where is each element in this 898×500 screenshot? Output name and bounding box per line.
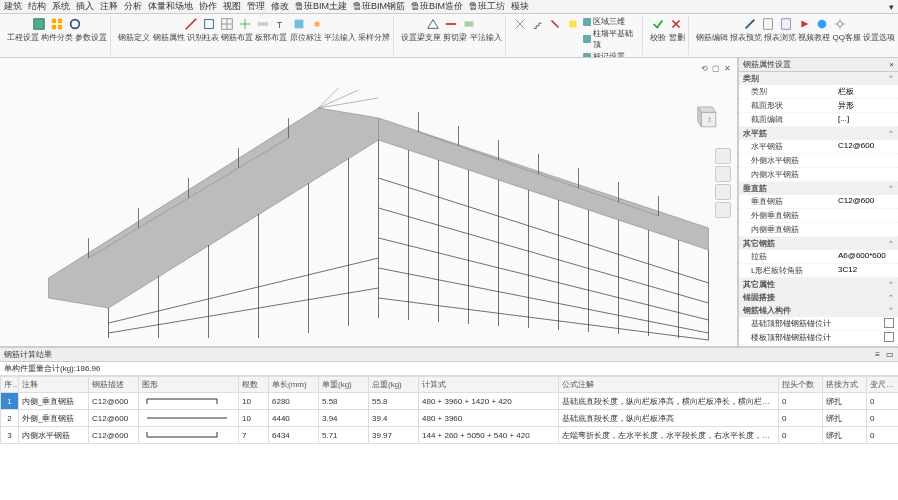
prop-check-row[interactable]: 基础顶部锚钢筋锚位计 [739,317,898,331]
prop-row[interactable]: 类别栏板 [739,85,898,99]
prop-value[interactable]: [...] [838,114,894,125]
prop-value[interactable] [838,224,894,235]
column-header[interactable]: 计算式 [419,377,559,393]
column-table-icon[interactable] [219,16,235,32]
menu-item[interactable]: 视图 [223,0,241,13]
stack-item[interactable]: 标记设置 [583,51,625,58]
sample-dpi-icon[interactable] [309,16,325,32]
node-trim-icon[interactable] [513,16,529,32]
prop-row[interactable]: 截面编辑[...] [739,113,898,127]
column-header[interactable]: 图形 [139,377,239,393]
flat-method-icon[interactable] [291,16,307,32]
prop-section-head[interactable]: 其它属性 [739,278,898,291]
expand-icon[interactable]: ≡ [875,350,880,359]
column-header[interactable]: 总重(kg) [369,377,419,393]
menu-item[interactable]: 鲁班BIM造价 [411,0,463,13]
prop-section-head[interactable]: 钢筋锚入构件 [739,304,898,317]
prop-row[interactable]: L形栏板转角筋3C12 [739,264,898,278]
collapse-icon[interactable]: ▭ [886,350,894,359]
prop-value[interactable] [838,169,894,180]
dropdown-icon[interactable]: ▾ [889,2,894,12]
prop-row[interactable]: 内侧水平钢筋 [739,168,898,182]
rebar-edit-icon[interactable] [742,16,758,32]
menu-item[interactable]: 鲁班BIM钢筋 [353,0,405,13]
temp-delete-icon[interactable] [668,16,684,32]
3d-viewport[interactable]: ⟲ ▢ ✕ 上 [0,58,738,346]
inplace-anno-icon[interactable]: T [273,16,289,32]
prop-value[interactable]: C12@600 [838,141,894,152]
prop-section-head[interactable]: 锚固搭接 [739,291,898,304]
check-icon[interactable] [650,16,666,32]
rebar-define-icon[interactable] [183,16,199,32]
menu-item[interactable]: 结构 [28,0,46,13]
menu-item[interactable]: 系统 [52,0,70,13]
param-settings-icon[interactable] [67,16,83,32]
menu-item[interactable]: 插入 [76,0,94,13]
extra-rebar-icon[interactable] [548,16,564,32]
project-settings-icon[interactable] [31,16,47,32]
qq-support-icon[interactable] [814,16,830,32]
table-row[interactable]: 2外侧_垂直钢筋C12@6001044403.9439.4480 + 3960基… [1,410,899,427]
checkbox-icon[interactable] [884,318,894,328]
slab-layout-icon[interactable] [255,16,271,32]
prop-value[interactable] [838,210,894,221]
table-row[interactable]: 1内侧_垂直钢筋C12@6001062805.5855.8480 + 3960 … [1,393,899,410]
prop-row[interactable]: 截面形状异形 [739,99,898,113]
column-header[interactable]: 钢筋描述 [89,377,139,393]
column-header[interactable]: 根数 [239,377,269,393]
column-header[interactable]: 注释 [19,377,89,393]
table-row[interactable]: 3内侧水平钢筋C12@600764345.7139.97144 + 260 + … [1,427,899,444]
menu-item[interactable]: 鲁班BIM土建 [295,0,347,13]
prop-value[interactable]: 栏板 [838,86,894,97]
menu-item[interactable]: 鲁班工坊 [469,0,505,13]
prop-section-head[interactable]: 其它钢筋 [739,237,898,250]
prop-row[interactable]: 垂直钢筋C12@600 [739,195,898,209]
menu-item[interactable]: 协作 [199,0,217,13]
column-header[interactable]: 单长(mm) [269,377,319,393]
column-header[interactable]: 捏头个数 [779,377,823,393]
report-browse-icon[interactable] [778,16,794,32]
column-header[interactable]: 单重(kg) [319,377,369,393]
column-header[interactable]: 变尺搭头数 [867,377,899,393]
prop-row[interactable]: 内侧垂直钢筋 [739,223,898,237]
component-class-icon[interactable] [49,16,65,32]
prop-value[interactable]: A6@600*600 [838,251,894,262]
rebar-layout-icon[interactable] [237,16,253,32]
prop-value[interactable]: C12@600 [838,196,894,207]
prop-value[interactable] [838,155,894,166]
menu-item[interactable]: 注释 [100,0,118,13]
prop-value[interactable]: 异形 [838,100,894,111]
report-preview-icon[interactable] [760,16,776,32]
video-tutorial-icon[interactable] [796,16,812,32]
prop-check-row[interactable]: 楼板顶部锚钢筋锚位计 [739,331,898,345]
column-header[interactable]: 搭接方式 [823,377,867,393]
cut-beam-icon[interactable] [443,16,459,32]
menu-item[interactable]: 分析 [124,0,142,13]
results-table-wrap[interactable]: 序号注释钢筋描述图形根数单长(mm)单重(kg)总重(kg)计算式公式注解捏头个… [0,376,898,500]
prop-row[interactable]: 拉筋A6@600*600 [739,250,898,264]
prop-row[interactable]: 外侧水平钢筋 [739,154,898,168]
stair-rebar-icon[interactable] [530,16,546,32]
prop-section-head[interactable]: 水平筋 [739,127,898,140]
column-header[interactable]: 公式注解 [559,377,779,393]
rebar-props-icon[interactable] [201,16,217,32]
menu-item[interactable]: 模块 [511,0,529,13]
checkbox-icon[interactable] [884,332,894,342]
flat-input-icon[interactable] [461,16,477,32]
prop-value[interactable]: 3C12 [838,265,894,276]
stack-item[interactable]: 柱墙平基础顶 [583,28,639,50]
menu-item[interactable]: 管理 [247,0,265,13]
menu-item[interactable]: 建筑 [4,0,22,13]
menu-item[interactable]: 修改 [271,0,289,13]
prop-row[interactable]: 外侧垂直钢筋 [739,209,898,223]
stack-item[interactable]: 区域三维 [583,16,625,27]
config-icon[interactable] [832,16,848,32]
prop-section-head[interactable]: 类别 [739,72,898,85]
prop-row[interactable]: 水平钢筋C12@600 [739,140,898,154]
column-header[interactable]: 序号 [1,377,19,393]
close-icon[interactable]: × [889,60,894,69]
menu-item[interactable]: 体量和场地 [148,0,193,13]
sticker-icon[interactable] [565,16,581,32]
beam-support-icon[interactable] [425,16,441,32]
prop-section-head[interactable]: 垂直筋 [739,182,898,195]
